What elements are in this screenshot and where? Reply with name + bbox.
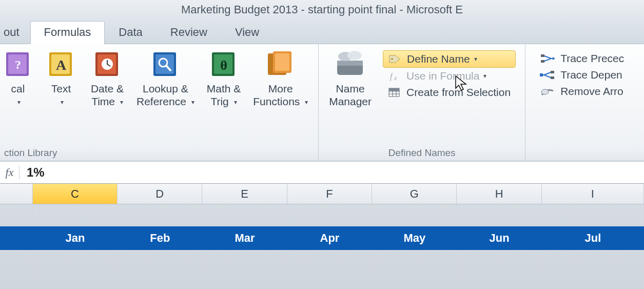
formula-input[interactable]: 1% xyxy=(19,165,644,180)
group-function-library: ? cal ▾ A Text ▾ Date & Time ▾ Lookup & … xyxy=(0,44,319,161)
more-functions-button[interactable]: More Functions ▾ xyxy=(247,47,314,108)
remove-arrows-label: Remove Arro xyxy=(560,85,623,98)
window-title: Marketing Budget 2013 - starting point f… xyxy=(0,0,644,20)
cell[interactable] xyxy=(0,204,33,226)
cell[interactable] xyxy=(33,204,118,226)
svg-text:f: f xyxy=(390,72,394,81)
cell[interactable] xyxy=(287,250,372,289)
cell[interactable] xyxy=(0,250,33,289)
mathtrig-icon: θ xyxy=(210,49,238,79)
define-name-button[interactable]: Define Name ▾ xyxy=(383,50,516,68)
cell[interactable]: May xyxy=(372,232,457,245)
svg-rect-32 xyxy=(541,60,544,63)
cell[interactable] xyxy=(118,204,202,226)
column-header[interactable]: H xyxy=(457,184,541,204)
column-header[interactable]: C xyxy=(33,184,118,204)
cell[interactable] xyxy=(372,204,457,226)
create-from-selection-button[interactable]: Create from Selection xyxy=(383,84,516,101)
cell[interactable] xyxy=(202,204,287,226)
text-button[interactable]: A Text ▾ xyxy=(38,47,84,108)
cell[interactable] xyxy=(287,204,372,226)
defined-names-commands: Define Name ▾ fx Use in Formula ▾ Create… xyxy=(378,47,521,104)
svg-rect-31 xyxy=(541,54,544,57)
trace-precedents-icon xyxy=(540,53,555,64)
trace-precedents-button[interactable]: Trace Precec xyxy=(535,50,629,67)
month-header-row: Jan Feb Mar Apr May Jun Jul xyxy=(0,226,644,250)
mathtrig-button[interactable]: θ Math & Trig ▾ xyxy=(201,47,247,108)
tab-review[interactable]: Review xyxy=(157,21,221,44)
chevron-down-icon: ▾ xyxy=(234,99,237,106)
name-manager-icon xyxy=(334,49,367,79)
trace-dependents-icon xyxy=(540,69,555,81)
chevron-down-icon: ▾ xyxy=(120,99,123,106)
cell[interactable]: Mar xyxy=(202,232,287,245)
svg-text:θ: θ xyxy=(220,58,227,73)
cell[interactable] xyxy=(457,204,541,226)
svg-point-21 xyxy=(347,51,362,60)
column-header-blank[interactable] xyxy=(0,184,33,204)
cell[interactable] xyxy=(33,250,118,289)
tag-icon xyxy=(388,53,402,65)
cell[interactable]: Jul xyxy=(542,232,644,245)
cell[interactable]: Jun xyxy=(457,232,541,245)
cell[interactable]: Feb xyxy=(118,232,202,245)
remove-arrows-button[interactable]: Remove Arro xyxy=(535,83,629,100)
cell[interactable] xyxy=(372,250,457,289)
column-header[interactable]: D xyxy=(118,184,202,204)
chevron-down-icon: ▾ xyxy=(61,99,64,106)
logical-icon: ? xyxy=(4,49,32,79)
lookup-label1: Lookup & xyxy=(143,83,188,94)
lookup-button[interactable]: Lookup & Reference ▾ xyxy=(130,47,201,108)
datetime-button[interactable]: Date & Time ▾ xyxy=(84,47,130,108)
remove-arrows-icon xyxy=(540,86,555,97)
formula-icon: fx xyxy=(388,70,401,82)
trace-dependents-label: Trace Depen xyxy=(560,69,622,81)
auditing-commands: Trace Precec Trace Depen Remove Arro xyxy=(530,47,634,103)
chevron-down-icon: ▾ xyxy=(483,72,486,80)
name-manager-button[interactable]: Name Manager xyxy=(323,47,378,108)
cell[interactable]: Jan xyxy=(33,232,118,245)
tab-layout-partial[interactable]: out xyxy=(0,21,30,44)
cell[interactable] xyxy=(118,250,202,289)
trace-dependents-button[interactable]: Trace Depen xyxy=(535,67,629,83)
svg-rect-30 xyxy=(389,88,399,91)
svg-rect-34 xyxy=(551,76,554,79)
tab-data[interactable]: Data xyxy=(105,21,156,44)
name-manager-label2: Manager xyxy=(329,95,372,107)
cell[interactable] xyxy=(542,204,644,226)
svg-rect-35 xyxy=(540,73,543,76)
column-header[interactable]: I xyxy=(542,184,644,204)
sheet-row xyxy=(0,250,644,289)
group-defined-names: Name Manager Define Name ▾ fx Use in For… xyxy=(319,44,525,161)
chevron-down-icon: ▾ xyxy=(305,99,308,106)
fx-button[interactable]: fx xyxy=(0,166,19,179)
svg-rect-33 xyxy=(551,71,554,73)
svg-text:x: x xyxy=(394,74,397,82)
trace-precedents-label: Trace Precec xyxy=(560,52,624,65)
tab-view[interactable]: View xyxy=(221,21,273,44)
svg-text:?: ? xyxy=(15,58,21,71)
svg-text:A: A xyxy=(56,57,67,73)
column-header[interactable]: G xyxy=(372,184,457,204)
cell[interactable]: Apr xyxy=(287,232,372,245)
column-header[interactable]: F xyxy=(287,184,372,204)
text-icon: A xyxy=(47,49,75,79)
group-label-auditing xyxy=(530,146,634,161)
cell[interactable] xyxy=(202,250,287,289)
create-from-selection-label: Create from Selection xyxy=(406,86,511,99)
cell[interactable] xyxy=(457,250,541,289)
column-header[interactable]: E xyxy=(202,184,287,204)
logical-button[interactable]: ? cal ▾ xyxy=(4,47,38,108)
mathtrig-label2: Trig xyxy=(210,95,228,107)
define-name-label: Define Name xyxy=(407,53,470,65)
logical-label: cal xyxy=(11,83,25,94)
chevron-down-icon: ▾ xyxy=(191,99,194,106)
use-in-formula-button: fx Use in Formula ▾ xyxy=(383,68,516,84)
sheet-row xyxy=(0,204,644,226)
tab-formulas[interactable]: Formulas xyxy=(30,21,105,44)
svg-rect-19 xyxy=(337,61,363,66)
formula-bar: fx 1% xyxy=(0,161,644,184)
datetime-label1: Date & xyxy=(91,83,124,94)
cell[interactable] xyxy=(542,250,644,289)
datetime-label2: Time xyxy=(91,95,115,107)
